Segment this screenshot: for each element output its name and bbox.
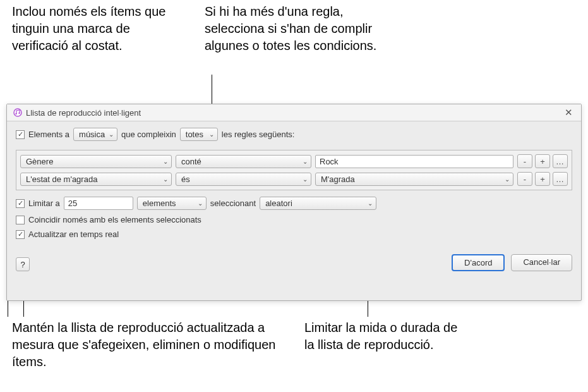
limit-value-text: 25 bbox=[68, 199, 77, 208]
rule-value-select[interactable]: M'agrada ⌄ bbox=[315, 173, 513, 186]
titlebar: Llista de reproducció intel·ligent ✕ bbox=[7, 104, 581, 121]
chevron-down-icon: ⌄ bbox=[303, 158, 308, 165]
chevron-down-icon: ⌄ bbox=[109, 131, 114, 138]
rule-value-text: M'agrada bbox=[321, 175, 355, 184]
svg-point-2 bbox=[18, 113, 20, 114]
rule-value-input[interactable]: Rock bbox=[315, 155, 513, 168]
callout-top-left: Inclou només els ítems que tinguin una m… bbox=[12, 3, 189, 54]
live-update-checkbox[interactable] bbox=[16, 230, 25, 239]
rule-more-button[interactable]: … bbox=[553, 172, 568, 186]
rule-value-text: Rock bbox=[320, 157, 339, 166]
chevron-down-icon: ⌄ bbox=[505, 176, 510, 183]
dialog-title: Llista de reproducció intel·ligent bbox=[26, 108, 141, 118]
match-checked-only-checkbox[interactable] bbox=[16, 216, 25, 224]
callout-top-right: Si hi ha més d'una regla, selecciona si … bbox=[205, 3, 381, 54]
limit-label: Limitar a bbox=[28, 199, 60, 208]
rule-row: L'estat de m'agrada ⌄ és ⌄ M'agrada ⌄ - … bbox=[20, 172, 568, 186]
chevron-down-icon: ⌄ bbox=[368, 200, 373, 207]
rule-operator-value: és bbox=[181, 175, 190, 184]
limit-selection-select[interactable]: aleatori ⌄ bbox=[260, 197, 376, 210]
app-icon bbox=[13, 108, 22, 117]
limit-value-input[interactable]: 25 bbox=[64, 197, 133, 210]
match-checked-row: Coincidir només amb els elements selecci… bbox=[16, 215, 572, 224]
live-update-row: Actualitzar en temps real bbox=[16, 230, 572, 239]
rule-add-button[interactable]: + bbox=[535, 154, 550, 168]
chevron-down-icon: ⌄ bbox=[163, 176, 168, 183]
svg-point-0 bbox=[14, 109, 21, 116]
limit-row: Limitar a 25 elements ⌄ seleccionant ale… bbox=[16, 197, 572, 210]
rule-attribute-select[interactable]: Gènere ⌄ bbox=[20, 155, 172, 168]
limit-select-label: seleccionant bbox=[210, 199, 256, 208]
rule-operator-select[interactable]: és ⌄ bbox=[176, 173, 311, 186]
live-update-label: Actualitzar en temps real bbox=[28, 230, 119, 239]
rule-attribute-select[interactable]: L'estat de m'agrada ⌄ bbox=[20, 173, 172, 186]
limit-unit-value: elements bbox=[143, 199, 176, 208]
rule-add-button[interactable]: + bbox=[535, 172, 550, 186]
svg-point-1 bbox=[15, 113, 16, 114]
rule-operator-select[interactable]: conté ⌄ bbox=[176, 155, 311, 168]
match-checkbox[interactable] bbox=[16, 130, 25, 139]
source-select[interactable]: música ⌄ bbox=[73, 128, 117, 141]
help-button[interactable]: ? bbox=[16, 257, 30, 271]
rules-container: Gènere ⌄ conté ⌄ Rock - + … bbox=[16, 150, 572, 190]
scope-select-value: totes bbox=[186, 130, 203, 139]
callout-bottom-right: Limitar la mida o durada de la llista de… bbox=[304, 319, 469, 353]
rule-remove-button[interactable]: - bbox=[517, 172, 532, 186]
limit-checkbox[interactable] bbox=[16, 199, 25, 208]
match-label-mid: que compleixin bbox=[121, 130, 176, 139]
rule-attribute-value: L'estat de m'agrada bbox=[26, 175, 97, 184]
callout-bottom-left: Mantén la llista de reproducció actualit… bbox=[12, 319, 277, 371]
chevron-down-icon: ⌄ bbox=[163, 158, 168, 165]
rule-more-button[interactable]: … bbox=[553, 154, 568, 168]
match-checked-only-label: Coincidir només amb els elements selecci… bbox=[28, 215, 201, 224]
chevron-down-icon: ⌄ bbox=[198, 200, 203, 207]
limit-selection-value: aleatori bbox=[265, 199, 292, 208]
chevron-down-icon: ⌄ bbox=[303, 176, 308, 183]
rule-operator-value: conté bbox=[181, 157, 201, 166]
rule-remove-button[interactable]: - bbox=[517, 154, 532, 168]
scope-select[interactable]: totes ⌄ bbox=[180, 128, 218, 141]
ok-button[interactable]: D'acord bbox=[452, 254, 505, 271]
cancel-button[interactable]: Cancel·lar bbox=[511, 254, 572, 271]
match-label-suffix: les regles següents: bbox=[222, 130, 295, 139]
match-row: Elements a música ⌄ que compleixin totes… bbox=[16, 128, 572, 141]
smart-playlist-dialog: Llista de reproducció intel·ligent ✕ Ele… bbox=[6, 104, 582, 301]
match-label-prefix: Elements a bbox=[28, 130, 69, 139]
chevron-down-icon: ⌄ bbox=[209, 131, 214, 138]
close-button[interactable]: ✕ bbox=[563, 107, 575, 118]
rule-attribute-value: Gènere bbox=[26, 157, 53, 166]
source-select-value: música bbox=[79, 130, 105, 139]
rule-row: Gènere ⌄ conté ⌄ Rock - + … bbox=[20, 154, 568, 168]
limit-unit-select[interactable]: elements ⌄ bbox=[137, 197, 207, 210]
